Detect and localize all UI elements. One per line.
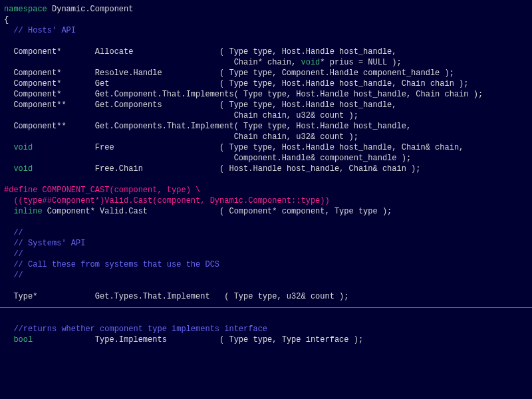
directive: #define — [4, 186, 37, 195]
code: Component* Valid.Cast ( Component* compo… — [43, 207, 392, 216]
comment: //returns whether component type impleme… — [4, 325, 267, 334]
line: Component* Get ( Type type, Host.Handle … — [4, 79, 469, 88]
line: void Free.Chain ( Host.Handle host_handl… — [4, 164, 421, 174]
keyword: void — [301, 58, 320, 67]
code: Free ( Type type, Host.Handle host_handl… — [33, 143, 464, 152]
code: * prius = NULL ); — [320, 58, 401, 67]
keyword: bool — [13, 335, 33, 344]
line: Chain* chain, void* prius = NULL ); — [4, 58, 402, 67]
comment: // Systems' API — [4, 239, 85, 248]
macro: #define COMPONENT_CAST(component, type) … — [4, 186, 200, 195]
comment: // Hosts' API — [4, 26, 76, 35]
pad — [4, 335, 13, 344]
macro: ((type##Component*)Valid.Cast(component,… — [4, 196, 330, 205]
keyword: inline — [13, 207, 42, 216]
pad — [4, 164, 13, 174]
line: Component* Allocate ( Type type, Host.Ha… — [4, 47, 397, 57]
line: Chain chain, u32& count ); — [4, 111, 358, 120]
code-block: //returns whether component type impleme… — [0, 309, 532, 349]
line: inline Component* Valid.Cast ( Component… — [4, 207, 392, 216]
code: Chain* chain, — [4, 58, 301, 67]
line: Component** Get.Components ( Type type, … — [4, 100, 397, 110]
line: namespace Dynamic.Component — [4, 5, 133, 14]
line: void Free ( Type type, Host.Handle host_… — [4, 143, 464, 152]
comment: // — [4, 249, 23, 259]
keyword: namespace — [4, 5, 47, 14]
pad — [4, 143, 13, 152]
line: Type* Get.Types.That.Implement ( Type ty… — [4, 292, 348, 301]
divider — [0, 307, 532, 308]
code: COMPONENT_CAST(component, type) \ — [37, 186, 200, 195]
keyword: void — [13, 143, 33, 152]
comment: // Call these from systems that use the … — [4, 260, 219, 269]
comment: // — [4, 228, 23, 237]
line: Component.Handle& component_handle ); — [4, 154, 411, 163]
line: Component* Resolve.Handle ( Type type, C… — [4, 68, 454, 78]
line: Chain chain, u32& count ); — [4, 132, 358, 142]
line: { — [4, 15, 9, 25]
code-block: namespace Dynamic.Component { // Hosts' … — [0, 0, 532, 306]
line: bool Type.Implements ( Type type, Type i… — [4, 335, 363, 344]
pad — [4, 207, 13, 216]
code: Type.Implements ( Type type, Type interf… — [33, 335, 363, 344]
comment: // — [4, 271, 23, 280]
line: Component** Get.Components.That.Implemen… — [4, 122, 411, 131]
line: Component* Get.Component.That.Implements… — [4, 90, 483, 99]
code: Free.Chain ( Host.Handle host_handle, Ch… — [33, 164, 420, 174]
code: Dynamic.Component — [47, 5, 134, 14]
keyword: void — [13, 164, 33, 174]
